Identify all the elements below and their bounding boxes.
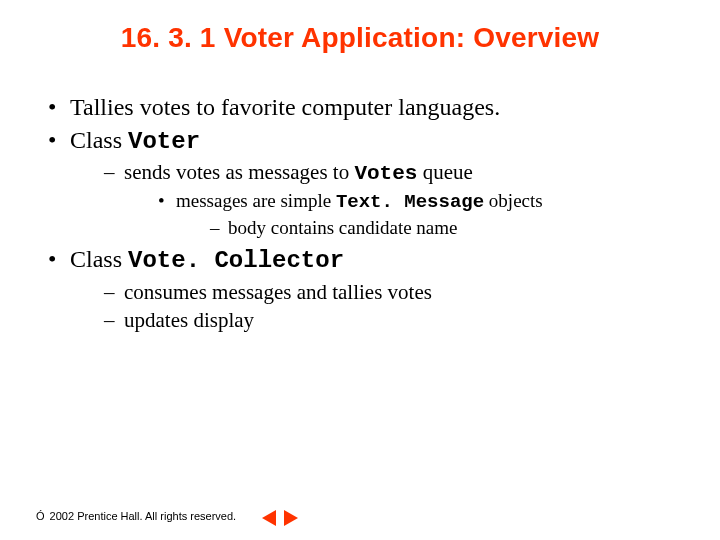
copyright-symbol: Ó bbox=[36, 510, 45, 522]
nav-arrows bbox=[260, 509, 300, 527]
bullet-text: Class bbox=[70, 127, 128, 153]
copyright-text: 2002 Prentice Hall. All rights reserved. bbox=[47, 510, 237, 522]
code-text: Text. Message bbox=[336, 191, 484, 213]
bullet-item: sends votes as messages to Votes queue m… bbox=[104, 159, 676, 240]
bullet-text: messages are simple bbox=[176, 190, 336, 211]
code-text: Voter bbox=[128, 128, 200, 155]
bullet-text: sends votes as messages to bbox=[124, 160, 354, 184]
bullet-text: body contains candidate name bbox=[228, 217, 458, 238]
bullet-item: Class Vote. Collector consumes messages … bbox=[44, 244, 676, 333]
bullet-list: Tallies votes to favorite computer langu… bbox=[44, 92, 676, 333]
slide-title: 16. 3. 1 Voter Application: Overview bbox=[0, 0, 720, 64]
slide-body: Tallies votes to favorite computer langu… bbox=[0, 64, 720, 333]
bullet-text: Class bbox=[70, 246, 128, 272]
bullet-text: updates display bbox=[124, 308, 254, 332]
next-slide-icon[interactable] bbox=[282, 509, 300, 527]
bullet-item: Class Voter sends votes as messages to V… bbox=[44, 125, 676, 240]
bullet-item: Tallies votes to favorite computer langu… bbox=[44, 92, 676, 123]
slide: { "colors": { "accent": "#ff3300" }, "ti… bbox=[0, 0, 720, 540]
bullet-text: queue bbox=[417, 160, 472, 184]
bullet-item: body contains candidate name bbox=[210, 216, 676, 240]
prev-slide-icon[interactable] bbox=[260, 509, 278, 527]
bullet-text: objects bbox=[484, 190, 543, 211]
copyright-footer: Ó 2002 Prentice Hall. All rights reserve… bbox=[36, 510, 236, 522]
code-text: Votes bbox=[354, 162, 417, 185]
bullet-item: updates display bbox=[104, 307, 676, 334]
bullet-text: Tallies votes to favorite computer langu… bbox=[70, 94, 500, 120]
bullet-text: consumes messages and tallies votes bbox=[124, 280, 432, 304]
code-text: Vote. Collector bbox=[128, 247, 344, 274]
bullet-item: consumes messages and tallies votes bbox=[104, 279, 676, 306]
bullet-item: messages are simple Text. Message object… bbox=[158, 189, 676, 240]
